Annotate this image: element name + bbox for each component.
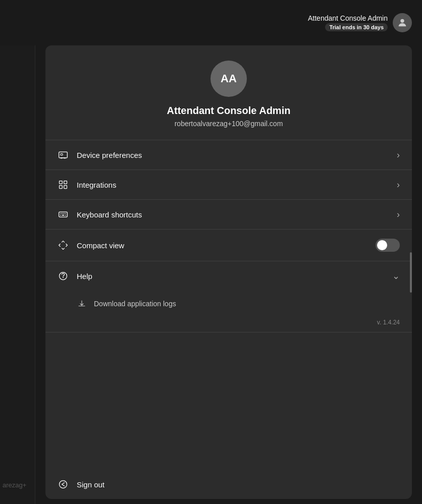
compact-view-section: Compact view bbox=[45, 230, 412, 261]
keyboard-shortcuts-section: Keyboard shortcuts › bbox=[45, 200, 412, 230]
compact-view-item: Compact view bbox=[45, 230, 412, 261]
svg-rect-7 bbox=[59, 212, 68, 217]
signout-label: Sign out bbox=[77, 480, 400, 489]
top-bar-info: Attendant Console Admin Trial ends in 30… bbox=[308, 13, 412, 32]
keyboard-shortcuts-chevron: › bbox=[397, 209, 400, 220]
svg-rect-6 bbox=[64, 186, 67, 189]
compact-view-label: Compact view bbox=[77, 241, 367, 250]
sidebar-background: arezag+ bbox=[0, 45, 35, 504]
top-bar-text: Attendant Console Admin Trial ends in 30… bbox=[308, 14, 388, 31]
svg-rect-3 bbox=[60, 181, 63, 184]
scrollbar[interactable] bbox=[410, 252, 412, 293]
help-item[interactable]: Help ⌄ bbox=[45, 261, 412, 291]
user-avatar-small[interactable] bbox=[393, 13, 412, 32]
app-title: Attendant Console Admin bbox=[308, 14, 388, 22]
version-text: v. 1.4.24 bbox=[45, 317, 412, 332]
toggle-knob bbox=[377, 240, 387, 250]
download-logs-label: Download application logs bbox=[94, 300, 176, 308]
help-icon bbox=[58, 270, 69, 282]
help-section: Help ⌄ Download application logs v. 1.4.… bbox=[45, 261, 412, 332]
sidebar-bg-text: arezag+ bbox=[3, 481, 26, 489]
compact-view-icon bbox=[58, 240, 69, 251]
signout-item[interactable]: Sign out bbox=[45, 470, 412, 499]
integrations-section: Integrations › bbox=[45, 170, 412, 200]
signout-section: Sign out bbox=[45, 470, 412, 499]
integrations-chevron: › bbox=[397, 180, 400, 190]
keyboard-icon bbox=[58, 209, 69, 220]
device-preferences-label: Device preferences bbox=[77, 151, 389, 159]
device-preferences-section: Device preferences › bbox=[45, 140, 412, 170]
help-chevron: ⌄ bbox=[392, 270, 400, 282]
profile-name: Attendant Console Admin bbox=[167, 105, 291, 117]
compact-view-toggle[interactable] bbox=[376, 239, 400, 252]
integrations-icon bbox=[58, 179, 69, 190]
profile-email: robertoalvarezag+100@gmail.com bbox=[175, 120, 283, 128]
svg-rect-1 bbox=[59, 152, 68, 158]
user-icon bbox=[397, 17, 408, 28]
user-avatar-large: AA bbox=[210, 61, 247, 97]
keyboard-shortcuts-item[interactable]: Keyboard shortcuts › bbox=[45, 200, 412, 229]
svg-point-17 bbox=[60, 481, 67, 488]
device-icon bbox=[58, 149, 69, 160]
integrations-label: Integrations bbox=[77, 181, 389, 189]
svg-point-0 bbox=[400, 19, 404, 23]
device-preferences-item[interactable]: Device preferences › bbox=[45, 140, 412, 170]
svg-rect-2 bbox=[61, 154, 63, 155]
profile-panel: AA Attendant Console Admin robertoalvare… bbox=[45, 45, 412, 499]
signout-icon bbox=[58, 479, 69, 490]
keyboard-shortcuts-label: Keyboard shortcuts bbox=[77, 210, 389, 219]
download-icon bbox=[77, 299, 87, 309]
profile-section: AA Attendant Console Admin robertoalvare… bbox=[45, 45, 412, 140]
svg-rect-4 bbox=[64, 181, 67, 184]
svg-rect-5 bbox=[60, 186, 63, 189]
device-preferences-chevron: › bbox=[397, 150, 400, 160]
trial-badge: Trial ends in 30 days bbox=[325, 23, 388, 31]
top-bar: Attendant Console Admin Trial ends in 30… bbox=[0, 0, 422, 45]
help-label: Help bbox=[77, 272, 384, 281]
integrations-item[interactable]: Integrations › bbox=[45, 170, 412, 199]
download-logs-item[interactable]: Download application logs bbox=[45, 291, 412, 317]
